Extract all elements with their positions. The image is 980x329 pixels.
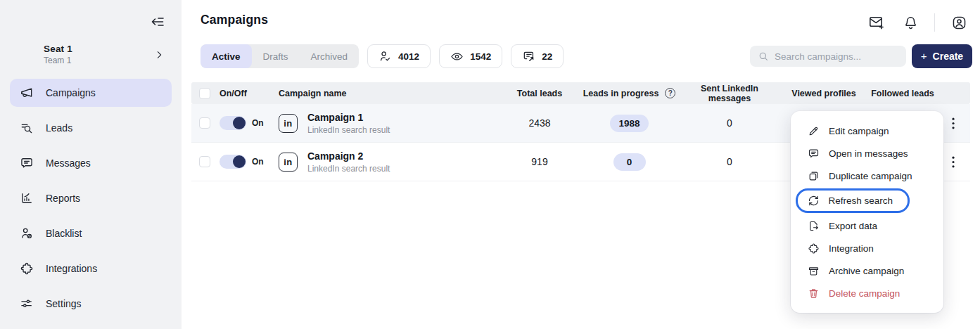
toggle-state-label: On: [252, 157, 264, 167]
select-all-checkbox[interactable]: [199, 88, 210, 99]
tab-drafts[interactable]: Drafts: [252, 44, 300, 68]
row-checkbox[interactable]: [199, 156, 210, 167]
account-button[interactable]: [949, 13, 969, 32]
sidebar-item-label: Campaigns: [46, 87, 96, 98]
column-header-total-leads: Total leads: [501, 89, 578, 98]
campaign-name[interactable]: Campaign 1: [307, 112, 390, 123]
message-bubble-icon: [20, 156, 34, 170]
sliders-icon: [20, 297, 34, 311]
sidebar-item-label: Settings: [46, 298, 82, 309]
row-checkbox[interactable]: [199, 117, 210, 129]
invite-mail-button[interactable]: [867, 13, 886, 32]
total-leads-value: 919: [531, 156, 547, 167]
linkedin-icon: in: [279, 153, 298, 172]
trash-icon: [808, 288, 820, 299]
sidebar-item-label: Messages: [46, 157, 91, 169]
menu-item-refresh-search[interactable]: Refresh search: [796, 188, 910, 213]
chevron-right-icon: [153, 49, 165, 60]
export-icon: [808, 220, 820, 232]
toolbar: Active Drafts Archived 4012 1542: [201, 44, 972, 69]
duplicate-icon: [808, 170, 820, 182]
tab-active[interactable]: Active: [201, 44, 252, 68]
search-campaigns-box: [750, 46, 906, 67]
refresh-icon: [808, 195, 820, 207]
menu-item-open-in-messages[interactable]: Open in messages: [791, 142, 943, 164]
sidebar-item-integrations[interactable]: Integrations: [10, 254, 172, 283]
sidebar-item-leads[interactable]: Leads: [10, 114, 172, 142]
menu-item-label: Open in messages: [829, 148, 908, 159]
toggle-knob: [233, 117, 246, 129]
campaign-status-tabs: Active Drafts Archived: [201, 44, 359, 68]
stat-chip-leads[interactable]: 4012: [367, 44, 431, 68]
seat-switcher[interactable]: Seat 1 Team 1: [0, 44, 182, 65]
menu-item-edit-campaign[interactable]: Edit campaign: [791, 120, 943, 142]
chart-icon: [20, 191, 34, 205]
message-bubble-icon: [808, 148, 820, 160]
leads-in-progress-badge: 0: [613, 153, 646, 171]
campaign-name[interactable]: Campaign 2: [307, 150, 390, 162]
message-forward-icon: [522, 50, 535, 63]
seat-title: Seat 1: [44, 44, 153, 54]
column-header-sent-messages: Sent LinkedIn messages: [680, 84, 779, 103]
tab-archived[interactable]: Archived: [300, 44, 359, 68]
person-check-icon: [378, 50, 392, 63]
collapse-sidebar-button[interactable]: [148, 12, 167, 32]
campaign-source: LinkedIn search result: [307, 125, 390, 135]
menu-item-label: Delete campaign: [829, 288, 900, 299]
row-actions-button[interactable]: [944, 153, 962, 171]
menu-item-label: Integration: [829, 243, 874, 254]
sidebar-item-reports[interactable]: Reports: [10, 184, 172, 212]
bell-icon: [903, 15, 919, 31]
sidebar-item-label: Leads: [46, 122, 72, 134]
notifications-button[interactable]: [901, 13, 920, 32]
help-icon[interactable]: ?: [665, 88, 675, 98]
menu-item-export-data[interactable]: Export data: [791, 214, 943, 237]
campaign-toggle[interactable]: [219, 116, 246, 130]
menu-item-label: Duplicate campaign: [829, 171, 912, 181]
lead-search-icon: [20, 121, 34, 135]
row-actions-button[interactable]: [944, 114, 962, 132]
plus-icon: +: [921, 50, 927, 62]
campaign-context-menu: Edit campaign Open in messages Duplicate…: [791, 111, 943, 313]
stat-chip-value: 22: [542, 51, 552, 62]
toggle-state-label: On: [252, 118, 264, 128]
stat-chip-value: 1542: [470, 51, 491, 62]
puzzle-icon: [20, 262, 34, 276]
stat-chip-replies[interactable]: 22: [511, 44, 564, 68]
campaign-toggle[interactable]: [219, 155, 246, 169]
sidebar-item-label: Integrations: [46, 263, 97, 274]
table-header-row: On/Off Campaign name Total leads Leads i…: [191, 82, 970, 104]
mail-plus-icon: [868, 14, 885, 31]
create-campaign-button[interactable]: + Create: [912, 44, 972, 68]
menu-item-label: Refresh search: [829, 195, 893, 206]
archive-icon: [808, 265, 820, 277]
megaphone-icon: [20, 86, 34, 100]
search-campaigns-input[interactable]: [775, 51, 898, 62]
menu-item-delete-campaign[interactable]: Delete campaign: [791, 282, 943, 304]
sidebar-item-messages[interactable]: Messages: [10, 149, 172, 177]
search-icon: [758, 51, 769, 62]
column-header-viewed-profiles: Viewed profiles: [779, 89, 869, 98]
menu-item-archive-campaign[interactable]: Archive campaign: [791, 259, 943, 282]
column-header-leads-in-progress: Leads in progress: [583, 89, 659, 98]
puzzle-icon: [808, 243, 820, 254]
sidebar-item-campaigns[interactable]: Campaigns: [10, 79, 172, 107]
app-window: Seat 1 Team 1 Campaigns Leads: [0, 0, 980, 329]
stat-chip-views[interactable]: 1542: [439, 44, 502, 68]
page-title: Campaigns: [201, 13, 268, 27]
campaign-source: LinkedIn search result: [307, 164, 390, 174]
sidebar-item-blacklist[interactable]: Blacklist: [10, 219, 172, 247]
column-header-followed-leads: Followed leads: [869, 89, 936, 98]
menu-item-integration[interactable]: Integration: [791, 237, 943, 259]
eye-icon: [450, 50, 464, 63]
sent-messages-value: 0: [727, 117, 732, 129]
create-campaign-label: Create: [933, 51, 964, 62]
sidebar-item-settings[interactable]: Settings: [10, 290, 172, 318]
seat-subtitle: Team 1: [44, 56, 153, 65]
menu-item-label: Archive campaign: [829, 266, 904, 276]
sidebar-item-label: Reports: [46, 193, 80, 204]
total-leads-value: 2438: [528, 117, 550, 129]
avatar-icon: [951, 15, 967, 31]
header-divider: [934, 13, 935, 32]
menu-item-duplicate-campaign[interactable]: Duplicate campaign: [791, 164, 943, 187]
